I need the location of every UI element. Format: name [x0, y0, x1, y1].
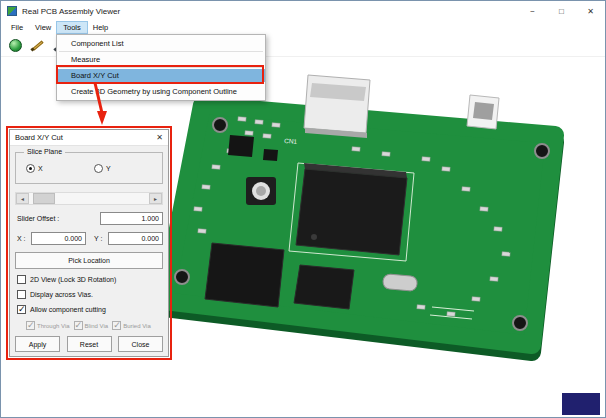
menu-separator — [59, 83, 263, 84]
menu-tools[interactable]: Tools — [57, 22, 87, 33]
radio-y-control[interactable] — [94, 164, 103, 173]
app-window: Real PCB Assembly Viewer − □ ✕ File View… — [0, 0, 606, 418]
slice-plane-label: Slice Plane — [24, 148, 65, 155]
checkbox-buried-via-label: Buried Via — [123, 323, 151, 329]
x-label: X : — [17, 235, 26, 242]
maximize-button[interactable]: □ — [547, 1, 576, 21]
crystal-oscillator — [382, 274, 417, 292]
menu-separator — [59, 67, 263, 68]
mounting-hole — [535, 144, 549, 158]
checkbox-allow-cutting-control[interactable] — [17, 305, 26, 314]
title-bar: Real PCB Assembly Viewer − □ ✕ — [1, 1, 605, 21]
x-field[interactable]: 0.000 — [31, 232, 86, 245]
checkbox-display-vias[interactable]: Display across Vias. — [17, 290, 93, 299]
checkbox-through-via-label: Through Via — [37, 323, 70, 329]
window-title: Real PCB Assembly Viewer — [22, 7, 120, 16]
minimize-button[interactable]: − — [518, 1, 547, 21]
checkbox-buried-via-control — [112, 321, 121, 330]
ic-chip-small — [228, 135, 254, 157]
scroll-thumb[interactable] — [33, 193, 55, 204]
ic-chip-large — [296, 163, 407, 255]
mounting-hole — [513, 316, 527, 330]
scroll-track[interactable] — [29, 193, 149, 204]
menu-item-component-list[interactable]: Component List — [57, 37, 265, 50]
close-dialog-button[interactable]: Close — [118, 336, 163, 352]
dialog-title: Board X/Y Cut — [15, 133, 63, 142]
checkbox-blind-via-control — [74, 321, 83, 330]
mounting-hole — [213, 118, 227, 132]
menu-help[interactable]: Help — [87, 22, 114, 33]
menu-view[interactable]: View — [29, 22, 57, 33]
menu-item-measure[interactable]: Measure — [57, 53, 265, 66]
radio-x-label: X — [38, 165, 43, 172]
header-connector — [467, 95, 499, 129]
mounting-hole — [175, 270, 189, 284]
ic-chip-medium — [205, 243, 284, 307]
window-controls: − □ ✕ — [518, 1, 605, 21]
push-button-component — [246, 177, 276, 205]
close-button[interactable]: ✕ — [576, 1, 605, 21]
connector-label: CN1 — [284, 137, 298, 145]
scroll-left-arrow[interactable]: ◄ — [16, 193, 29, 204]
menu-file[interactable]: File — [5, 22, 29, 33]
slice-slider[interactable]: ◄ ► — [15, 192, 163, 205]
menu-item-create-3d-geometry[interactable]: Create 3D Geometry by using Component Ou… — [57, 85, 265, 98]
slider-offset-field[interactable]: 1.000 — [100, 212, 163, 225]
radio-y-label: Y — [106, 165, 111, 172]
dialog-button-row: Apply Reset Close — [15, 336, 163, 352]
menu-separator — [59, 51, 263, 52]
ic-chip-medium — [294, 265, 354, 309]
pick-location-button[interactable]: Pick Location — [15, 252, 163, 269]
usb-connector — [304, 75, 370, 138]
checkbox-2d-view-control[interactable] — [17, 275, 26, 284]
radio-slice-x[interactable]: X — [26, 164, 43, 173]
board-xy-cut-dialog: Board X/Y Cut ✕ Slice Plane X Y ◄ ► Slid… — [9, 129, 169, 357]
nav-cube[interactable] — [562, 393, 600, 415]
checkbox-2d-view-label: 2D View (Lock 3D Rotation) — [30, 276, 116, 283]
app-icon — [7, 6, 17, 16]
reset-button[interactable]: Reset — [67, 336, 112, 352]
apply-button[interactable]: Apply — [15, 336, 60, 352]
checkbox-display-vias-label: Display across Vias. — [30, 291, 93, 298]
slider-offset-label: Slider Offset : — [17, 215, 59, 222]
via-checkbox-row: Through Via Blind Via Buried Via — [26, 321, 151, 330]
checkbox-through-via-control — [26, 321, 35, 330]
checkbox-blind-via: Blind Via — [74, 321, 109, 330]
slice-plane-group: Slice Plane X Y — [15, 152, 163, 184]
menu-item-board-xy-cut[interactable]: Board X/Y Cut — [57, 69, 265, 82]
scroll-right-arrow[interactable]: ► — [149, 193, 162, 204]
checkbox-through-via: Through Via — [26, 321, 70, 330]
probe-tool-icon[interactable] — [31, 38, 45, 52]
checkbox-allow-cutting[interactable]: Allow component cutting — [17, 305, 106, 314]
y-label: Y : — [94, 235, 102, 242]
checkbox-blind-via-label: Blind Via — [85, 323, 109, 329]
checkbox-buried-via: Buried Via — [112, 321, 151, 330]
pcb-3d-view-icon[interactable] — [9, 39, 22, 52]
ic-chip-small — [263, 149, 278, 161]
radio-slice-y[interactable]: Y — [94, 164, 111, 173]
menu-bar: File View Tools Help — [1, 21, 605, 34]
checkbox-2d-view[interactable]: 2D View (Lock 3D Rotation) — [17, 275, 116, 284]
dialog-close-icon[interactable]: ✕ — [156, 133, 163, 142]
checkbox-display-vias-control[interactable] — [17, 290, 26, 299]
checkbox-allow-cutting-label: Allow component cutting — [30, 306, 106, 313]
dialog-title-bar[interactable]: Board X/Y Cut ✕ — [10, 130, 168, 146]
tools-dropdown-menu: Component List Measure Board X/Y Cut Cre… — [56, 34, 266, 101]
radio-x-control[interactable] — [26, 164, 35, 173]
y-field[interactable]: 0.000 — [108, 232, 163, 245]
